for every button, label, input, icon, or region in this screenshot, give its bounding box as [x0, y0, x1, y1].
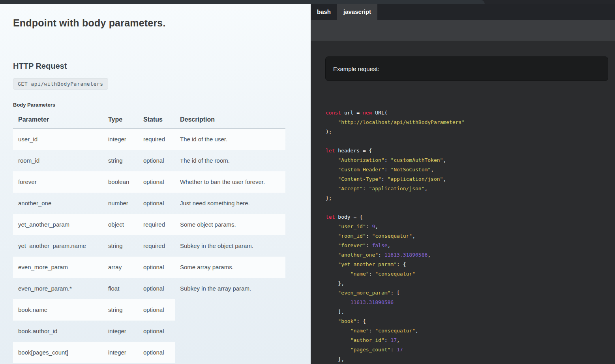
- code-line: },: [326, 279, 615, 288]
- table-header-status: Status: [138, 111, 175, 129]
- tab-javascript[interactable]: javascript: [337, 4, 377, 20]
- table-row: book[pages_count]integeroptional: [13, 342, 285, 363]
- code-line: "Content-Type": "application/json",: [326, 174, 615, 184]
- table-header-type: Type: [103, 111, 138, 129]
- code-line: [326, 203, 615, 212]
- code-line: "forever": false,: [326, 241, 615, 250]
- top-bar-segment: [0, 0, 485, 4]
- code-line: [326, 137, 615, 146]
- code-line: "Authorization": "customAuthToken",: [326, 156, 615, 165]
- table-row: yet_another_paramobjectrequiredSome obje…: [13, 214, 285, 235]
- code-line: const url = new URL(: [326, 108, 615, 118]
- code-line: };: [326, 193, 615, 203]
- code-line: "Accept": "application/json",: [326, 184, 615, 193]
- top-bar: [0, 0, 615, 4]
- table-row: even_more_paramarrayoptionalSome array p…: [13, 257, 285, 278]
- table-row: even_more_param.*floatoptionalSubkey in …: [13, 278, 285, 299]
- code-line: },: [326, 355, 615, 364]
- code-line: "yet_another_param": {: [326, 260, 615, 269]
- table-header-row: Parameter Type Status Description: [13, 111, 285, 129]
- code-line: "name": "consequatur": [326, 269, 615, 279]
- code-line: let body = {: [326, 212, 615, 222]
- table-row: room_idstringoptionalThe id of the room.: [13, 150, 285, 171]
- http-request-heading: HTTP Request: [13, 62, 67, 71]
- code-line: "name": "consequatur",: [326, 326, 615, 336]
- table-row: yet_another_param.namestringrequiredSubk…: [13, 235, 285, 257]
- code-line: "Custom-Header": "NotSoCustom",: [326, 165, 615, 174]
- tab-row: bashjavascript: [311, 4, 615, 20]
- code-line: "room_id": "consequatur",: [326, 231, 615, 241]
- code-line: "even_more_param": [: [326, 288, 615, 298]
- code-line: ],: [326, 307, 615, 317]
- example-request-box: Example request:: [325, 56, 608, 81]
- example-code: const url = new URL( "http://localhost/a…: [326, 108, 615, 364]
- table-row: user_idintegerrequiredThe id of the user…: [13, 129, 285, 150]
- table-row: book.author_idintegeroptional: [13, 321, 285, 342]
- table-header-description: Description: [175, 111, 285, 129]
- table-header-parameter: Parameter: [13, 111, 103, 129]
- code-line: "user_id": 9,: [326, 222, 615, 231]
- code-line: 11613.31890586: [326, 298, 615, 307]
- page-title: Endpoint with body parameters.: [13, 17, 166, 29]
- code-line: "http://localhost/api/withBodyParameters…: [326, 118, 615, 127]
- code-line: "author_id": 17,: [326, 336, 615, 345]
- endpoint-method-badge: GET api/withBodyParameters: [13, 78, 108, 90]
- code-example-panel: bashjavascript Example request: const ur…: [311, 4, 615, 364]
- code-line: );: [326, 127, 615, 137]
- docs-content-panel: Endpoint with body parameters. HTTP Requ…: [0, 4, 311, 364]
- code-line: "pages_count": 17: [326, 345, 615, 355]
- tab-bash[interactable]: bash: [311, 4, 337, 20]
- code-line: let headers = {: [326, 146, 615, 156]
- code-line: "another_one": 11613.31890586,: [326, 250, 615, 260]
- example-request-label: Example request:: [333, 66, 379, 72]
- body-parameters-label: Body Parameters: [13, 102, 55, 108]
- body-parameters-table: Parameter Type Status Description user_i…: [13, 111, 285, 363]
- code-line: "book": {: [326, 317, 615, 326]
- table-row: book.namestringoptional: [13, 299, 285, 321]
- table-body: user_idintegerrequiredThe id of the user…: [13, 129, 285, 363]
- table-row: another_onenumberoptionalJust need somet…: [13, 193, 285, 214]
- table-row: foreverbooleanoptionalWhether to ban the…: [13, 171, 285, 193]
- active-tab-band: [311, 20, 615, 41]
